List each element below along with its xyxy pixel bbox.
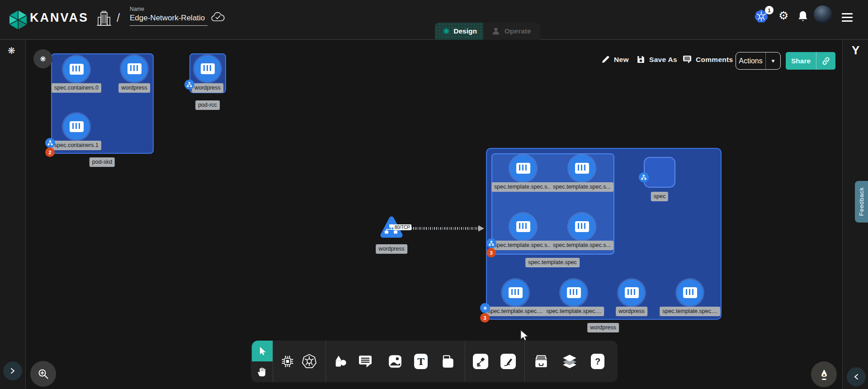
help-tool[interactable]: ? bbox=[587, 351, 608, 372]
error-count-badge[interactable]: 3 bbox=[480, 313, 490, 323]
tab-operate[interactable]: Operate bbox=[483, 23, 540, 40]
kanvas-app: KANVAS / Name Edge-Network-Relatio ❋ Des… bbox=[0, 0, 868, 389]
notifications-bell-icon[interactable] bbox=[797, 10, 808, 22]
settings-gear-icon[interactable]: ⚙ bbox=[778, 10, 788, 21]
cloud-saved-icon[interactable] bbox=[211, 12, 225, 23]
select-tool[interactable] bbox=[252, 341, 273, 361]
node-spec[interactable] bbox=[644, 157, 675, 188]
shapes-tool[interactable] bbox=[330, 351, 351, 372]
error-count-badge[interactable]: 3 bbox=[486, 248, 496, 257]
share-button[interactable]: Share bbox=[786, 52, 835, 70]
collapse-right-rail-button[interactable] bbox=[847, 367, 866, 386]
design-name-input[interactable]: Edge-Network-Relatio bbox=[130, 14, 208, 26]
container-icon bbox=[70, 64, 84, 75]
organization-icon[interactable] bbox=[96, 10, 112, 28]
design-validate-button[interactable] bbox=[811, 361, 837, 387]
node-wordpress-container[interactable] bbox=[121, 56, 147, 82]
node-label: spec.template.spec.... bbox=[660, 307, 720, 316]
node-label: spec.containers.1 bbox=[52, 141, 101, 150]
container-icon bbox=[516, 163, 530, 174]
node-template-container-3[interactable] bbox=[569, 213, 595, 240]
copy-link-icon[interactable] bbox=[816, 57, 835, 66]
pencil-tool[interactable] bbox=[498, 351, 519, 372]
canvas-mode-button[interactable]: ❋ bbox=[33, 49, 52, 68]
text-tool[interactable]: T bbox=[410, 351, 431, 372]
image-tool[interactable] bbox=[385, 351, 406, 372]
note-tool[interactable] bbox=[438, 351, 458, 372]
design-tab-label: Design bbox=[453, 27, 477, 35]
collapse-badge[interactable]: ❋ bbox=[480, 303, 490, 313]
zoom-search-button[interactable] bbox=[30, 361, 56, 387]
container-icon bbox=[70, 121, 84, 132]
chip-circuit-icon bbox=[280, 354, 295, 369]
comment-tool[interactable] bbox=[355, 351, 376, 372]
node-deploy-container-0[interactable] bbox=[502, 280, 528, 306]
node-template-container-1[interactable] bbox=[569, 155, 595, 181]
actions-label: Actions bbox=[736, 57, 765, 65]
group-label: pod-rcc bbox=[195, 100, 220, 110]
node-label: spec.template.spec.s... bbox=[550, 241, 613, 250]
actions-dropdown-button[interactable]: Actions ▾ bbox=[736, 52, 781, 70]
chevron-right-icon bbox=[9, 368, 16, 374]
toolbar-divider bbox=[273, 341, 273, 382]
left-rail: ❋ bbox=[0, 40, 26, 389]
node-template-container-0[interactable] bbox=[510, 155, 536, 181]
node-label: wordpress bbox=[118, 83, 150, 93]
toolbar-divider bbox=[326, 341, 326, 382]
save-as-button[interactable]: Save As bbox=[637, 55, 677, 64]
collapse-badge[interactable] bbox=[184, 80, 194, 90]
saved-components-tool[interactable] bbox=[531, 351, 552, 372]
components-tool[interactable] bbox=[277, 351, 298, 372]
service-edge[interactable] bbox=[405, 227, 481, 230]
collapse-badge[interactable] bbox=[486, 238, 496, 248]
group-label: pod-skd bbox=[90, 157, 115, 167]
node-deploy-container-3[interactable] bbox=[677, 280, 703, 306]
error-count-badge[interactable]: 2 bbox=[45, 147, 55, 157]
node-label: spec.template.spec.... bbox=[543, 307, 604, 316]
pan-tool[interactable] bbox=[252, 361, 273, 382]
node-spec-containers-0[interactable] bbox=[63, 56, 90, 82]
comments-button[interactable]: Comments bbox=[683, 55, 733, 64]
node-label: wordpress bbox=[192, 83, 223, 93]
image-icon bbox=[388, 354, 402, 369]
container-icon bbox=[567, 287, 581, 298]
operate-tab-icon bbox=[491, 27, 500, 36]
new-label: New bbox=[614, 56, 629, 64]
kanvas-logo-icon[interactable] bbox=[8, 9, 28, 30]
comment-icon bbox=[683, 55, 692, 64]
caret-down-icon[interactable]: ▾ bbox=[766, 57, 780, 64]
new-button[interactable]: New bbox=[601, 55, 629, 64]
layers-tool[interactable] bbox=[559, 351, 580, 372]
group-label: wordpress bbox=[587, 323, 619, 332]
design-name-block: Name Edge-Network-Relatio bbox=[130, 6, 208, 26]
edge-port-label: 80/TCP bbox=[393, 224, 411, 230]
save-as-label: Save As bbox=[649, 56, 677, 64]
layers-icon bbox=[562, 354, 577, 369]
tab-design[interactable]: ❋ Design bbox=[435, 23, 483, 40]
pen-nib-icon bbox=[819, 369, 830, 380]
pen-tool[interactable] bbox=[470, 351, 491, 372]
expand-left-rail-button[interactable] bbox=[3, 361, 22, 380]
node-wordpress-container[interactable] bbox=[194, 56, 221, 82]
design-tab-icon: ❋ bbox=[443, 28, 449, 35]
kubernetes-helm-icon bbox=[302, 354, 317, 369]
pen-icon bbox=[473, 354, 488, 369]
node-label: spec.containers.0 bbox=[52, 83, 101, 93]
meshery-dock-icon[interactable]: ❋ bbox=[8, 45, 15, 56]
collapse-badge[interactable] bbox=[45, 138, 55, 148]
name-field-label: Name bbox=[130, 6, 208, 12]
user-avatar[interactable] bbox=[814, 5, 832, 24]
node-spec-containers-1[interactable] bbox=[63, 114, 90, 140]
node-template-container-2[interactable] bbox=[510, 213, 536, 240]
collapse-badge[interactable] bbox=[639, 172, 649, 182]
menu-hamburger-icon[interactable] bbox=[842, 13, 853, 22]
node-label: spec.template.spec.... bbox=[485, 307, 546, 316]
note-icon bbox=[441, 354, 455, 369]
feedback-tab[interactable]: Feedback bbox=[855, 181, 868, 223]
magnifier-plus-icon bbox=[38, 368, 49, 380]
node-deploy-container-2[interactable] bbox=[618, 280, 645, 306]
context-count-badge[interactable]: 1 bbox=[765, 6, 774, 14]
container-icon bbox=[625, 287, 639, 298]
kubernetes-tool[interactable] bbox=[299, 351, 320, 372]
node-deploy-container-1[interactable] bbox=[561, 280, 587, 306]
